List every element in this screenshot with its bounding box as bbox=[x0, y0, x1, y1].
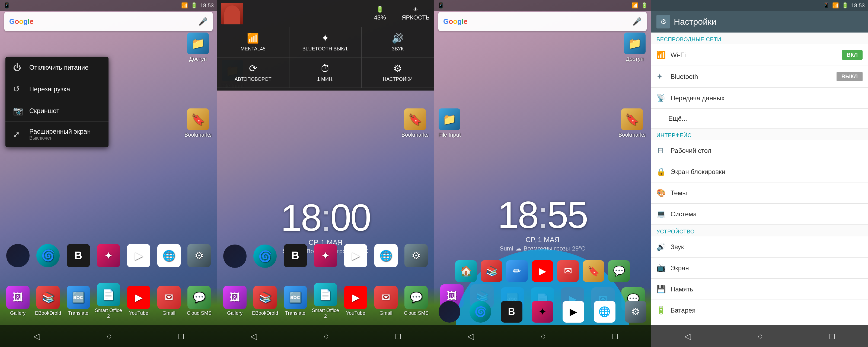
back-button-1[interactable]: ◁ bbox=[33, 331, 40, 341]
settings-display-item[interactable]: 📺 Экран bbox=[651, 257, 868, 279]
desktop-icon-bookmarks-2[interactable]: 🔖 Bookmarks bbox=[401, 108, 429, 138]
app-youtube-1[interactable]: ▶ YouTube bbox=[125, 286, 152, 316]
recents-button-1[interactable]: □ bbox=[179, 331, 184, 341]
mic-icon-3[interactable]: 🎤 bbox=[632, 17, 642, 26]
app-gallery-1[interactable]: 🖼 Gallery bbox=[4, 286, 31, 316]
radial-helix[interactable]: 🌀 bbox=[469, 301, 491, 323]
app-orb-2[interactable] bbox=[221, 245, 248, 268]
qs-settings-tile[interactable]: ⚙ НАСТРОЙКИ bbox=[362, 58, 434, 88]
recents-button-3[interactable]: □ bbox=[613, 331, 618, 341]
qs-bluetooth-tile[interactable]: ✦ BLUETOOTH ВЫКЛ. bbox=[289, 27, 362, 58]
app-settings-1[interactable]: ⚙ bbox=[186, 244, 213, 269]
settings-storage-item[interactable]: 💾 Память bbox=[651, 279, 868, 300]
helix-icon-2: 🌀 bbox=[253, 245, 277, 268]
reboot-item[interactable]: ↺ Перезагрузка bbox=[5, 78, 108, 100]
app-cloudsms-1[interactable]: 💬 Cloud SMS bbox=[186, 286, 213, 316]
app-smartoffice-2[interactable]: 📄 Smart Office 2 bbox=[312, 283, 339, 319]
settings-battery-item[interactable]: 🔋 Батарея bbox=[651, 300, 868, 321]
app-settings-app-2[interactable]: ⚙ bbox=[403, 244, 430, 269]
settings-wifi-icon: 📶 bbox=[832, 2, 839, 9]
settings-apps-item[interactable]: 📱 Приложения bbox=[651, 321, 868, 325]
home-button-2[interactable]: ○ bbox=[323, 331, 329, 341]
wifi-toggle[interactable]: ВКЛ bbox=[842, 50, 863, 60]
settings-title: Настройки bbox=[674, 17, 716, 27]
settings-sound-item[interactable]: 🔊 Звук bbox=[651, 236, 868, 257]
back-button-2[interactable]: ◁ bbox=[250, 331, 257, 341]
radial-icon-sms[interactable]: 💬 bbox=[608, 260, 630, 282]
settings-bluetooth-item[interactable]: ✦ Bluetooth ВЫКЛ bbox=[651, 66, 868, 88]
app-ebookdroid-2[interactable]: 📚 EBookDroid bbox=[251, 286, 279, 316]
home-button-4[interactable]: ○ bbox=[757, 331, 763, 341]
app-gmail-2[interactable]: ✉ Gmail bbox=[372, 286, 400, 316]
extended-screen-item[interactable]: ⤢ Расширенный экран Выключен bbox=[5, 122, 108, 147]
back-button-4[interactable]: ◁ bbox=[684, 331, 691, 341]
google-search-bar-1[interactable]: Google 🎤 bbox=[4, 12, 213, 31]
settings-system-item[interactable]: 💻 Система bbox=[651, 203, 868, 225]
recents-button-2[interactable]: □ bbox=[396, 331, 401, 341]
radial-icon-gmail[interactable]: ✉ bbox=[557, 260, 579, 282]
app-gmail-1[interactable]: ✉ Gmail bbox=[155, 286, 183, 316]
radial-icon-book[interactable]: 📚 bbox=[480, 260, 502, 282]
settings-themes-item[interactable]: 🎨 Темы bbox=[651, 183, 868, 203]
app-translate-1[interactable]: 🔤 Translate bbox=[65, 286, 92, 316]
panel-4-settings: 📱 📶 🔋 18:53 ⚙ Настройки БЕСПРОВОДНЫЕ СЕТ… bbox=[651, 0, 868, 347]
mic-icon-1[interactable]: 🎤 bbox=[198, 17, 208, 26]
home-button-3[interactable]: ○ bbox=[540, 331, 546, 341]
bookmarks-icon-img-3: 🔖 bbox=[621, 108, 643, 130]
settings-wifi-item[interactable]: 📶 Wi-Fi ВКЛ bbox=[651, 44, 868, 66]
app-helix-2[interactable]: 🌀 bbox=[251, 245, 279, 268]
app-bold-1[interactable]: B bbox=[65, 244, 92, 269]
app-playstore-1[interactable]: ▶ bbox=[125, 244, 152, 269]
radial-aviate[interactable]: ✦ bbox=[532, 301, 553, 323]
radial-icon-bookmark[interactable]: 🔖 bbox=[583, 260, 604, 282]
radial-menu-area: 🏠 📚 ✏ ▶ ✉ 🔖 💬 🌀 B ✦ ▶ 🌐 ⚙ bbox=[434, 230, 651, 325]
app-helix-1[interactable]: 🌀 bbox=[34, 244, 62, 269]
radial-icon-pencil[interactable]: ✏ bbox=[506, 260, 528, 282]
app-youtube-2[interactable]: ▶ YouTube bbox=[342, 286, 369, 316]
bluetooth-toggle[interactable]: ВЫКЛ bbox=[837, 72, 863, 81]
settings-lockscreen-item[interactable]: 🔒 Экран блокировки bbox=[651, 161, 868, 183]
settings-data-item[interactable]: 📡 Передача данных bbox=[651, 88, 868, 109]
app-translate-2[interactable]: 🔤 Translate bbox=[282, 286, 309, 316]
settings-desktop-item[interactable]: 🖥 Рабочий стол bbox=[651, 140, 868, 161]
nav-bar-2: ◁ ○ □ bbox=[217, 325, 434, 347]
app-playstore-2[interactable]: ▶ bbox=[342, 244, 369, 269]
qs-wifi-tile[interactable]: 📶 MENTAL45 bbox=[217, 27, 289, 58]
aviate-icon-1: ✦ bbox=[97, 244, 120, 267]
app-chrome-1[interactable]: 🌐 bbox=[155, 244, 183, 269]
radial-bold[interactable]: B bbox=[501, 301, 522, 323]
qs-sound-tile[interactable]: 🔊 ЗВУК bbox=[362, 27, 434, 58]
screenshot-item[interactable]: 📷 Скриншот bbox=[5, 100, 108, 122]
qs-timeout-tile[interactable]: ⏱ 1 МИН. bbox=[289, 58, 362, 88]
back-button-3[interactable]: ◁ bbox=[467, 331, 474, 341]
app-ebookdroid-1[interactable]: 📚 EBookDroid bbox=[34, 286, 62, 316]
radial-playstore[interactable]: ▶ bbox=[563, 301, 584, 323]
desktop-bookmark-1[interactable]: 🔖 Bookmarks bbox=[184, 108, 212, 138]
desktop-icon-ftp-1[interactable]: 📁 Доступ bbox=[184, 33, 212, 62]
google-search-bar-3[interactable]: Google 🎤 bbox=[438, 12, 647, 31]
radial-orb[interactable] bbox=[439, 301, 460, 323]
app-chrome-2[interactable]: 🌐 bbox=[372, 244, 400, 269]
app-gallery-2[interactable]: 🖼 MENTAL45 Gallery bbox=[221, 286, 248, 316]
radial-icon-youtube[interactable]: ▶ bbox=[532, 260, 553, 282]
app-bold-2[interactable]: B bbox=[282, 244, 309, 269]
settings-more-item[interactable]: Ещё... bbox=[651, 109, 868, 128]
desktop-icon-bookmarks-3[interactable]: 🔖 Bookmarks bbox=[618, 108, 646, 138]
app-smartoffice-1[interactable]: 📄 Smart Office 2 bbox=[95, 283, 122, 319]
app-orb-1[interactable] bbox=[4, 244, 31, 269]
radial-settings[interactable]: ⚙ bbox=[625, 301, 646, 323]
app-aviate-1[interactable]: ✦ bbox=[95, 244, 122, 269]
app-aviate-2[interactable]: ✦ bbox=[312, 244, 339, 269]
qs-autorotate-tile[interactable]: ⟳ АВТОПОВОРОТ bbox=[217, 58, 289, 88]
settings-tablet-icon: 📱 bbox=[823, 2, 830, 9]
app-cloudsms-2[interactable]: 💬 Cloud SMS bbox=[403, 286, 430, 316]
section-device: УСТРОЙСТВО bbox=[651, 225, 868, 236]
recents-button-4[interactable]: □ bbox=[830, 331, 835, 341]
radial-chrome[interactable]: 🌐 bbox=[594, 301, 616, 323]
desktop-icon-ftp-3[interactable]: 📁 Доступ bbox=[624, 33, 646, 62]
home-button-1[interactable]: ○ bbox=[106, 331, 112, 341]
radial-icon-home[interactable]: 🏠 bbox=[455, 260, 477, 282]
tablet-icon-3: 📱 bbox=[437, 2, 444, 9]
power-off-item[interactable]: ⏻ Отключить питание bbox=[5, 57, 108, 78]
desktop-icon-fileinput-3[interactable]: 📁 File Input bbox=[438, 108, 461, 138]
